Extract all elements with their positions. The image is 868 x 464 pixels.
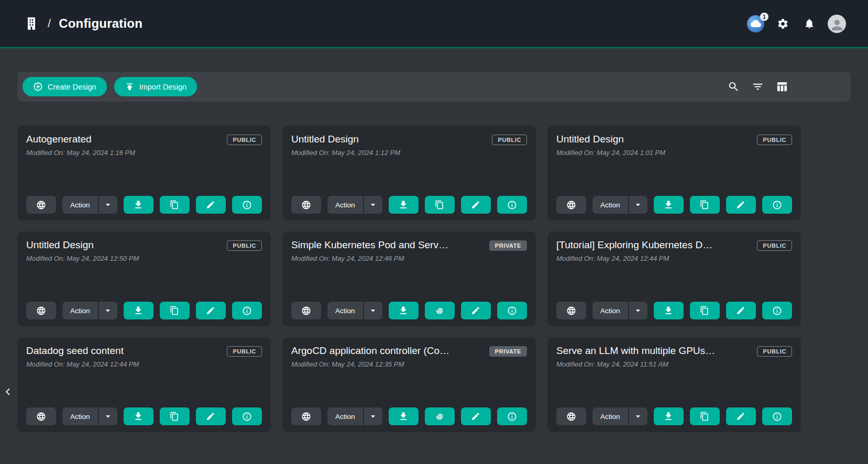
info-button[interactable] bbox=[232, 302, 262, 319]
design-title: ArgoCD application controller (Co… bbox=[291, 345, 457, 357]
search-button[interactable] bbox=[726, 79, 742, 95]
action-button[interactable]: Action bbox=[62, 302, 99, 319]
design-card: Serve an LLM with multiple GPUs… PUBLIC … bbox=[547, 337, 801, 432]
info-icon bbox=[507, 306, 517, 316]
visibility-globe-button[interactable] bbox=[291, 196, 321, 214]
edit-button[interactable] bbox=[726, 407, 756, 425]
person-icon bbox=[829, 17, 845, 33]
clone-button[interactable] bbox=[160, 407, 190, 425]
visibility-globe-button[interactable] bbox=[556, 302, 586, 319]
edit-button[interactable] bbox=[196, 407, 226, 425]
download-button[interactable] bbox=[124, 196, 153, 214]
download-button[interactable] bbox=[389, 302, 419, 319]
info-button[interactable] bbox=[762, 196, 792, 214]
page-title: Configuration bbox=[59, 16, 142, 31]
app-header: / Configuration 1 bbox=[0, 0, 868, 48]
modified-date: Modified On: May 24, 2024 1:01 PM bbox=[556, 149, 792, 157]
settings-button[interactable] bbox=[775, 16, 791, 32]
clone-button[interactable] bbox=[160, 196, 190, 214]
gear-icon bbox=[777, 18, 789, 30]
edit-button[interactable] bbox=[461, 407, 491, 425]
download-button[interactable] bbox=[124, 407, 153, 425]
dry-run-button[interactable] bbox=[425, 302, 455, 319]
visibility-globe-button[interactable] bbox=[556, 196, 586, 214]
action-button[interactable]: Action bbox=[592, 302, 629, 319]
download-button[interactable] bbox=[654, 196, 684, 214]
action-dropdown-button[interactable] bbox=[364, 196, 382, 214]
action-dropdown-button[interactable] bbox=[629, 302, 647, 319]
download-button[interactable] bbox=[654, 302, 684, 319]
download-button[interactable] bbox=[124, 302, 153, 319]
clone-button[interactable] bbox=[690, 302, 720, 319]
info-icon bbox=[772, 306, 782, 316]
clone-icon bbox=[170, 306, 179, 315]
info-button[interactable] bbox=[762, 407, 792, 425]
info-button[interactable] bbox=[497, 407, 527, 425]
info-button[interactable] bbox=[497, 196, 527, 214]
edit-button[interactable] bbox=[196, 302, 226, 319]
visibility-badge: PRIVATE bbox=[489, 346, 527, 357]
visibility-globe-button[interactable] bbox=[26, 196, 56, 214]
action-dropdown-button[interactable] bbox=[364, 407, 382, 425]
edit-button[interactable] bbox=[726, 196, 756, 214]
modified-date: Modified On: May 24, 2024 12:35 PM bbox=[291, 360, 527, 368]
clone-icon bbox=[700, 200, 709, 209]
design-card: Datadog seed content PUBLIC Modified On:… bbox=[17, 337, 271, 432]
import-design-button[interactable]: Import Design bbox=[114, 77, 197, 96]
edit-pencil-icon bbox=[736, 306, 745, 315]
clone-icon bbox=[700, 412, 709, 421]
provider-button[interactable]: 1 bbox=[747, 15, 764, 32]
globe-icon bbox=[301, 306, 311, 316]
visibility-globe-button[interactable] bbox=[291, 302, 321, 319]
action-button[interactable]: Action bbox=[327, 302, 364, 319]
globe-icon bbox=[566, 306, 576, 316]
action-dropdown-button[interactable] bbox=[629, 196, 647, 214]
download-button[interactable] bbox=[389, 196, 419, 214]
download-button[interactable] bbox=[654, 407, 684, 425]
design-title: Simple Kubernetes Pod and Serv… bbox=[291, 239, 456, 251]
clone-button[interactable] bbox=[160, 302, 190, 319]
action-dropdown-button[interactable] bbox=[99, 196, 117, 214]
action-dropdown-button[interactable] bbox=[364, 302, 382, 319]
card-actions: Action bbox=[291, 407, 527, 425]
visibility-globe-button[interactable] bbox=[26, 407, 56, 425]
clone-button[interactable] bbox=[690, 407, 720, 425]
card-actions: Action bbox=[26, 302, 262, 319]
card-header: Untitled Design PUBLIC bbox=[556, 134, 792, 145]
table-view-button[interactable] bbox=[774, 79, 790, 95]
filter-button[interactable] bbox=[750, 79, 766, 95]
info-button[interactable] bbox=[762, 302, 792, 319]
visibility-badge: PUBLIC bbox=[227, 135, 262, 145]
edit-button[interactable] bbox=[461, 302, 491, 319]
action-button[interactable]: Action bbox=[62, 407, 99, 425]
action-button[interactable]: Action bbox=[327, 407, 364, 425]
clone-button[interactable] bbox=[425, 196, 455, 214]
action-button[interactable]: Action bbox=[62, 196, 99, 214]
info-button[interactable] bbox=[232, 407, 262, 425]
design-title: Autogenerated bbox=[26, 134, 99, 145]
action-dropdown-button[interactable] bbox=[99, 407, 117, 425]
action-dropdown-button[interactable] bbox=[99, 302, 117, 319]
action-button[interactable]: Action bbox=[592, 407, 629, 425]
drawer-collapse-button[interactable] bbox=[0, 384, 16, 400]
user-avatar[interactable] bbox=[828, 15, 846, 33]
visibility-globe-button[interactable] bbox=[291, 407, 321, 425]
action-dropdown-button[interactable] bbox=[629, 407, 647, 425]
notifications-button[interactable] bbox=[801, 16, 817, 31]
edit-button[interactable] bbox=[461, 196, 491, 214]
visibility-globe-button[interactable] bbox=[556, 407, 586, 425]
action-button[interactable]: Action bbox=[327, 196, 364, 214]
dry-run-button[interactable] bbox=[425, 407, 455, 425]
edit-pencil-icon bbox=[736, 412, 745, 421]
table-view-icon bbox=[776, 81, 788, 93]
spiral-icon bbox=[434, 411, 445, 422]
download-button[interactable] bbox=[389, 407, 419, 425]
clone-button[interactable] bbox=[690, 196, 720, 214]
info-button[interactable] bbox=[232, 196, 262, 214]
edit-button[interactable] bbox=[196, 196, 226, 214]
visibility-globe-button[interactable] bbox=[26, 302, 56, 319]
create-design-button[interactable]: Create Design bbox=[23, 77, 107, 96]
edit-button[interactable] bbox=[726, 302, 756, 319]
info-button[interactable] bbox=[497, 302, 527, 319]
action-button[interactable]: Action bbox=[592, 196, 629, 214]
